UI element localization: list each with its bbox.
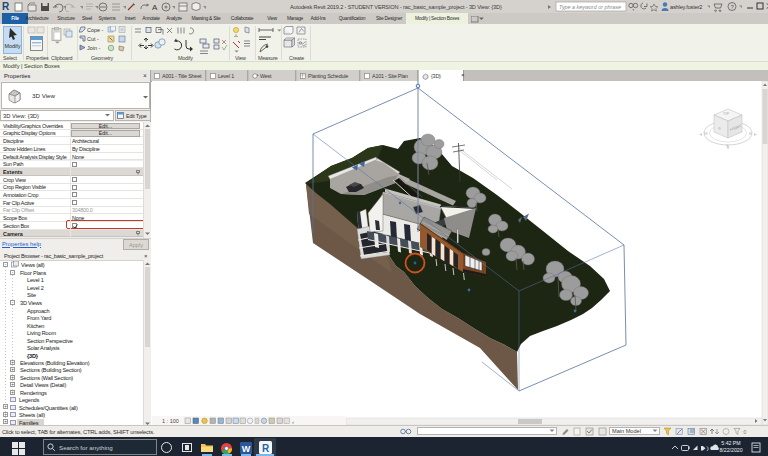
- svg-text::0: :0: [742, 429, 746, 435]
- svg-text:E: E: [749, 131, 752, 136]
- svg-text:Type a keyword or phrase: Type a keyword or phrase: [559, 4, 621, 10]
- svg-text:TOP: TOP: [723, 112, 729, 116]
- svg-text:R: R: [262, 442, 270, 453]
- svg-text:Cut -: Cut -: [87, 36, 99, 42]
- svg-text:‹: ‹: [292, 419, 294, 425]
- svg-text:ashley.foster2: ashley.foster2: [670, 4, 702, 10]
- svg-text:W: W: [704, 131, 708, 136]
- svg-text:R: R: [2, 1, 10, 12]
- svg-text:Cope -: Cope -: [87, 27, 103, 33]
- svg-text:W: W: [242, 444, 251, 454]
- svg-text:A: A: [152, 3, 158, 12]
- svg-text:Join -: Join -: [87, 45, 100, 51]
- svg-text:?: ?: [731, 4, 735, 10]
- svg-text:1 : 100: 1 : 100: [162, 418, 179, 424]
- svg-text:S: S: [726, 143, 729, 148]
